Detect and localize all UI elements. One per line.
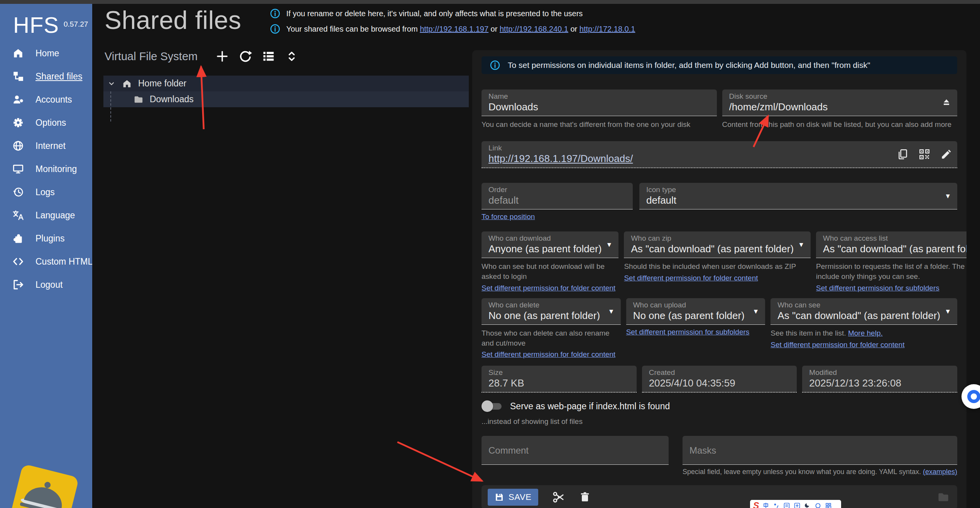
field-value[interactable]: No one (as parent folder) [633, 311, 749, 321]
paste-folder-icon[interactable] [937, 491, 950, 503]
field-value[interactable]: As "can download" (as parent folder) [777, 311, 940, 321]
size-field: Size 28.7 KB [482, 366, 637, 393]
ime-chinese-mode-icon[interactable] [762, 502, 769, 508]
who-can-zip-select[interactable]: Who can zip As "can download" (as parent… [624, 231, 811, 258]
comment-masks-row: Special field, leave empty unless you kn… [482, 436, 957, 476]
permissions-row-1: Who can download Anyone (as parent folde… [482, 231, 957, 293]
comment-field[interactable] [482, 436, 669, 465]
set-permission-link[interactable]: Set different permission for folder cont… [482, 350, 615, 358]
disk-source-column: Disk source /home/zml/Downloads Content … [722, 89, 958, 130]
set-permission-link[interactable]: Set different permission for folder cont… [482, 284, 615, 292]
page-title: Shared files [105, 5, 242, 35]
dropdown-caret-icon[interactable]: ▼ [798, 241, 804, 249]
sidebar-item-label: Internet [35, 141, 66, 151]
sidebar-item-accounts[interactable]: Accounts [0, 88, 92, 111]
ime-toolbar[interactable]: S [750, 500, 841, 508]
order-value[interactable]: default [488, 195, 626, 205]
sidebar-item-home[interactable]: Home [0, 42, 92, 65]
sidebar-item-shared-files[interactable]: Shared files [0, 65, 92, 88]
sidebar-item-logout[interactable]: Logout [0, 273, 92, 296]
order-field[interactable]: Order default [482, 183, 633, 209]
dropdown-caret-icon[interactable]: ▼ [608, 308, 615, 316]
more-help-link[interactable]: More help. [848, 329, 883, 337]
chevron-down-icon[interactable] [107, 79, 116, 88]
who-can-zip-column: Who can zip As "can download" (as parent… [624, 231, 811, 293]
list-view-button[interactable] [261, 49, 276, 64]
dropdown-caret-icon[interactable]: ▼ [752, 308, 759, 316]
add-button[interactable] [215, 49, 230, 64]
dropdown-caret-icon[interactable]: ▼ [606, 241, 613, 249]
server-url-link[interactable]: http://192.168.240.1 [500, 25, 568, 33]
who-can-access-list-select[interactable]: Who can access list As "can download" (a… [816, 231, 966, 258]
set-permission-link[interactable]: Set different permission for folder cont… [624, 274, 758, 282]
info-icon [490, 60, 500, 70]
ime-night-mode-icon[interactable] [804, 502, 811, 508]
who-can-see-select[interactable]: Who can see As "can download" (as parent… [770, 298, 957, 325]
disk-source-label: Disk source [729, 93, 936, 100]
set-permission-link[interactable]: Set different permission for subfolders [626, 328, 750, 336]
copy-icon[interactable] [897, 149, 909, 160]
who-can-download-column: Who can download Anyone (as parent folde… [482, 231, 618, 293]
file-stats-row: Size 28.7 KB Created 2025/4/10 04:35:59 … [482, 366, 957, 393]
icon-type-column: Icon type default ▼ [639, 183, 957, 222]
who-can-delete-select[interactable]: Who can delete No one (as parent folder)… [482, 298, 621, 325]
comment-input[interactable] [482, 436, 669, 464]
who-can-upload-select[interactable]: Who can upload No one (as parent folder)… [626, 298, 765, 325]
set-permission-link[interactable]: Set different permission for subfolders [816, 284, 939, 292]
serve-webpage-toggle[interactable] [482, 400, 504, 412]
comment-column [482, 436, 669, 476]
delete-icon[interactable] [579, 491, 591, 503]
who-can-access-list-column: Who can access list As "can download" (a… [816, 231, 966, 293]
unfold-button[interactable] [284, 49, 299, 64]
icon-type-value[interactable]: default [646, 195, 939, 205]
masks-input[interactable] [683, 436, 957, 464]
force-position-link[interactable]: To force position [482, 213, 535, 221]
share-link[interactable]: http://192.168.1.197/Downloads/ [488, 154, 633, 164]
disk-source-field[interactable]: Disk source /home/zml/Downloads [722, 89, 958, 116]
code-icon [12, 255, 25, 268]
details-panel: To set permissions on individual items i… [472, 50, 966, 508]
sidebar-item-monitoring[interactable]: Monitoring [0, 157, 92, 181]
field-value[interactable]: As "can download" (as parent folder) [823, 244, 966, 254]
tree-item-downloads[interactable]: Downloads [103, 91, 469, 107]
reload-button[interactable] [238, 49, 253, 64]
ime-punctuation-icon[interactable] [773, 502, 780, 508]
sidebar-item-plugins[interactable]: Plugins [0, 227, 92, 250]
name-value[interactable]: Downloads [488, 102, 710, 112]
qr-code-icon[interactable] [919, 149, 930, 160]
cut-icon[interactable] [552, 491, 565, 504]
tree-item-home-folder[interactable]: Home folder [103, 76, 469, 91]
ime-simplified-icon[interactable] [783, 502, 790, 508]
ime-logo-icon[interactable]: S [753, 501, 759, 508]
sidebar-item-logs[interactable]: Logs [0, 181, 92, 204]
examples-link[interactable]: (examples) [923, 468, 957, 476]
set-permission-link[interactable]: Set different permission for folder cont… [770, 341, 904, 349]
link-field: Link http://192.168.1.197/Downloads/ [482, 141, 957, 168]
save-button[interactable]: SAVE [488, 489, 538, 506]
field-value[interactable]: No one (as parent folder) [488, 311, 604, 321]
eject-icon[interactable] [941, 97, 952, 108]
ime-fullwidth-icon[interactable] [794, 502, 801, 508]
field-value[interactable]: As "can download" (as parent folder) [631, 244, 794, 254]
translate-icon [12, 209, 25, 222]
server-url-link[interactable]: http://172.18.0.1 [580, 25, 635, 33]
server-url-link[interactable]: http://192.168.1.197 [420, 25, 488, 33]
dropdown-caret-icon[interactable]: ▼ [945, 308, 951, 316]
disk-source-value[interactable]: /home/zml/Downloads [729, 102, 936, 112]
dropdown-caret-icon[interactable]: ▼ [945, 192, 951, 200]
icon-type-select[interactable]: Icon type default ▼ [639, 183, 957, 209]
link-label: Link [488, 144, 888, 152]
who-can-download-select[interactable]: Who can download Anyone (as parent folde… [482, 231, 618, 258]
sidebar-item-internet[interactable]: Internet [0, 134, 92, 157]
ime-grid-icon[interactable] [825, 502, 832, 508]
field-value[interactable]: Anyone (as parent folder) [488, 244, 602, 254]
sidebar-item-custom-html[interactable]: Custom HTML [0, 250, 92, 273]
serve-webpage-block: Serve as web-page if index.html is found… [482, 400, 957, 427]
ime-ring-icon[interactable] [814, 502, 821, 508]
name-field[interactable]: Name Downloads [482, 89, 717, 116]
edit-icon[interactable] [940, 149, 952, 160]
masks-field[interactable] [683, 436, 957, 465]
monitor-icon [12, 162, 25, 176]
sidebar-item-language[interactable]: Language [0, 204, 92, 227]
sidebar-item-options[interactable]: Options [0, 111, 92, 134]
